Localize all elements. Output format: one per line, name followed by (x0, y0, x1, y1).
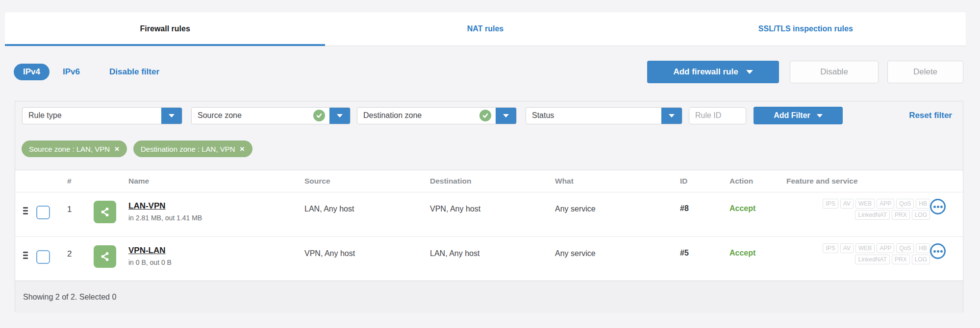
rule-type-select-open-button[interactable] (161, 107, 182, 124)
add-filter-label: Add Filter (774, 111, 810, 120)
rules-tab-bar: Firewall rules NAT rules SSL/TLS inspect… (5, 12, 966, 46)
chevron-down-icon (169, 114, 175, 117)
rule-name-link[interactable]: LAN-VPN (128, 201, 304, 211)
source-zone-filter-chip: Source zone : LAN, VPN ✕ (22, 141, 127, 157)
chip-label: Destination zone : LAN, VPN (141, 145, 235, 153)
header-action: Action (729, 177, 786, 186)
rule-destination: LAN, Any host (430, 237, 555, 258)
badge-prx: PRX (892, 210, 910, 220)
rule-action: Accept (729, 237, 786, 258)
tab-label: SSL/TLS inspection rules (758, 24, 853, 33)
filter-applied-check-icon (479, 110, 491, 121)
toolbar: IPv4 IPv6 Disable filter Add firewall ru… (14, 58, 963, 86)
chevron-down-icon (503, 114, 509, 117)
disable-filter-link[interactable]: Disable filter (109, 67, 159, 77)
status-select-open-button[interactable] (661, 107, 682, 124)
destination-zone-select-open-button[interactable] (496, 107, 516, 124)
table-row: 2 VPN-LAN in 0 B, out 0 B VPN, Any host … (15, 236, 963, 281)
badge-qos: QoS (896, 199, 914, 209)
rule-what: Any service (555, 237, 680, 258)
badge-av: AV (840, 199, 854, 209)
badge-linkednat: LinkedNAT (855, 210, 889, 220)
destination-zone-select[interactable]: Destination zone (357, 107, 517, 124)
chevron-down-icon (337, 114, 343, 117)
add-firewall-rule-button[interactable]: Add firewall rule (647, 61, 779, 83)
source-zone-select-open-button[interactable] (329, 107, 350, 124)
badge-log: LOG (912, 210, 930, 220)
row-more-menu-icon[interactable] (930, 199, 946, 214)
tab-ssl-tls-inspection-rules[interactable]: SSL/TLS inspection rules (646, 12, 966, 46)
rule-traffic: in 0 B, out 0 B (128, 258, 304, 266)
tab-firewall-rules[interactable]: Firewall rules (5, 12, 325, 46)
rule-type-select-value: Rule type (23, 111, 161, 120)
drag-handle-icon[interactable] (23, 252, 28, 259)
rule-id: #5 (680, 237, 729, 258)
badge-ips: IPS (823, 199, 838, 209)
filter-row: Rule type Source zone Destination zone S… (15, 101, 963, 124)
rule-what: Any service (555, 192, 680, 213)
chip-label: Source zone : LAN, VPN (29, 145, 110, 153)
ipv4-toggle[interactable]: IPv4 (14, 64, 50, 80)
badge-log: LOG (912, 255, 930, 264)
header-name: Name (128, 177, 304, 186)
rule-number: 2 (67, 237, 94, 259)
header-source: Source (304, 177, 430, 186)
rule-source: LAN, Any host (304, 192, 430, 213)
row-checkbox[interactable] (36, 206, 50, 219)
rule-traffic: in 2.81 MB, out 1.41 MB (128, 214, 304, 222)
destination-zone-select-value: Destination zone (357, 111, 479, 120)
drag-handle-icon[interactable] (23, 207, 28, 214)
header-what: What (555, 177, 680, 186)
destination-zone-filter-chip: Destination zone : LAN, VPN ✕ (133, 141, 252, 157)
feature-badges: IPS AV WEB APP QoS HB LinkedNAT PRX LOG (786, 243, 930, 264)
status-select[interactable]: Status (526, 107, 682, 124)
disable-button[interactable]: Disable (790, 61, 879, 83)
badge-hb: HB (916, 199, 930, 209)
remove-filter-icon[interactable]: ✕ (240, 145, 245, 153)
reset-filter-link[interactable]: Reset filter (909, 111, 952, 120)
active-filter-chips: Source zone : LAN, VPN ✕ Destination zon… (15, 124, 963, 170)
row-more-menu-icon[interactable] (930, 243, 946, 259)
rules-panel: Rule type Source zone Destination zone S… (15, 101, 963, 312)
tab-nat-rules[interactable]: NAT rules (325, 12, 645, 46)
rule-share-icon (94, 245, 116, 268)
delete-button[interactable]: Delete (887, 61, 963, 83)
feature-badges: IPS AV WEB APP QoS HB LinkedNAT PRX LOG (786, 199, 930, 220)
badge-web: WEB (855, 243, 875, 253)
filter-applied-check-icon (313, 110, 325, 121)
add-filter-button[interactable]: Add Filter (754, 107, 843, 124)
rule-number: 1 (67, 192, 94, 214)
badge-qos: QoS (896, 243, 914, 253)
table-header-row: # Name Source Destination What ID Action… (15, 170, 963, 192)
active-tab-underline (5, 44, 325, 46)
chevron-down-icon (746, 70, 753, 74)
badge-app: APP (877, 199, 894, 209)
badge-hb: HB (916, 243, 930, 253)
rule-destination: VPN, Any host (430, 192, 555, 213)
header-id: ID (680, 177, 729, 186)
header-feature-and-service: Feature and service (786, 177, 930, 186)
rule-name-link[interactable]: VPN-LAN (128, 246, 304, 256)
remove-filter-icon[interactable]: ✕ (114, 145, 120, 153)
row-checkbox[interactable] (36, 250, 50, 264)
badge-ips: IPS (823, 243, 838, 253)
rule-source: VPN, Any host (304, 237, 430, 258)
badge-linkednat: LinkedNAT (855, 255, 889, 264)
rule-id-input[interactable] (689, 107, 746, 124)
table-row: 1 LAN-VPN in 2.81 MB, out 1.41 MB LAN, A… (15, 192, 963, 236)
rule-action: Accept (729, 192, 786, 213)
firewall-rules-page: Firewall rules NAT rules SSL/TLS inspect… (0, 0, 980, 328)
ipv6-toggle[interactable]: IPv6 (63, 67, 80, 77)
badge-app: APP (877, 243, 894, 253)
source-zone-select[interactable]: Source zone (191, 107, 351, 124)
badge-prx: PRX (892, 255, 910, 264)
rule-share-icon (94, 201, 116, 223)
rule-type-select[interactable]: Rule type (22, 107, 182, 124)
status-select-value: Status (526, 111, 661, 120)
header-number: # (67, 177, 94, 186)
badge-av: AV (840, 243, 854, 253)
chevron-down-icon (669, 114, 675, 117)
add-firewall-rule-label: Add firewall rule (673, 67, 738, 77)
rule-id: #8 (680, 192, 729, 213)
table-footer: Showing 2 of 2. Selected 0 (15, 281, 963, 313)
